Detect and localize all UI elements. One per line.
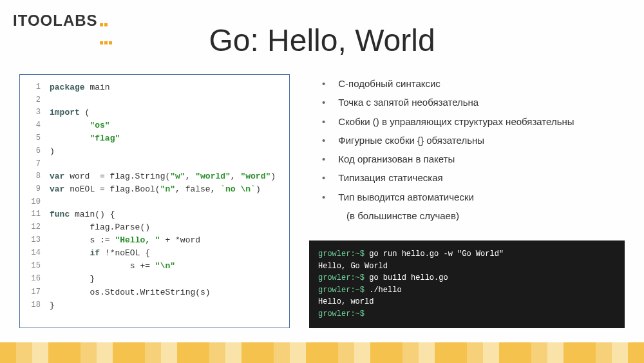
code-line: 13 s := "Hello, " + *word [26,234,280,247]
terminal-line: Hello, world [318,296,616,308]
terminal-line: Hello, Go World [318,260,616,273]
code-block: 1package main23import (4 "os"5 "flag"6)7… [19,74,290,328]
bullet-item: Код организован в пакеты [322,150,625,168]
code-line: 14 if !*noEOL { [26,247,280,260]
code-line: 15 s += "\n" [26,260,280,273]
page-title: Go: Hello, World [0,23,644,58]
bullet-list: С-подобный синтаксисТочка с запятой необ… [309,74,625,225]
bullet-item: Фигурные скобки {} обязательны [322,131,625,150]
code-line: 12 flag.Parse() [26,221,280,234]
right-column: С-подобный синтаксисТочка с запятой необ… [309,74,625,328]
code-line: 11func main() { [26,208,280,221]
bullet-item: Скобки () в управляющих структурах необя… [322,112,625,131]
terminal-line: growler:~$ ./hello [318,284,616,297]
code-line: 3import ( [26,106,280,119]
bullet-item: Типизация статическая [322,168,625,187]
bullet-item: С-подобный синтаксис [322,74,625,93]
code-line: 17 os.Stdout.WriteString(s) [26,286,280,299]
code-line: 8var word = flag.String("w", "world", "w… [26,170,280,183]
code-line: 16 } [26,273,280,286]
code-line: 1package main [26,81,280,94]
terminal-line: growler:~$ [318,308,616,320]
bullet-item: Точка с запятой необязательна [322,93,625,112]
code-line: 6) [26,145,280,158]
code-line: 2 [26,94,280,106]
code-line: 5 "flag" [26,132,280,145]
code-line: 7 [26,158,280,170]
terminal-output: growler:~$ go run hello.go -w "Go World"… [309,240,625,328]
code-line: 18} [26,299,280,312]
code-line: 10 [26,196,280,208]
bullet-item: Тип выводится автоматически(в большинств… [322,188,625,226]
footer-decoration [0,342,644,363]
terminal-line: growler:~$ go run hello.go -w "Go World" [318,248,616,260]
content-area: 1package main23import (4 "os"5 "flag"6)7… [0,58,644,328]
bullet-subtext: (в большинстве случаев) [322,206,625,225]
code-line: 9var noEOL = flag.Bool("n", false, `no \… [26,183,280,196]
terminal-line: growler:~$ go build hello.go [318,272,616,284]
code-line: 4 "os" [26,119,280,132]
